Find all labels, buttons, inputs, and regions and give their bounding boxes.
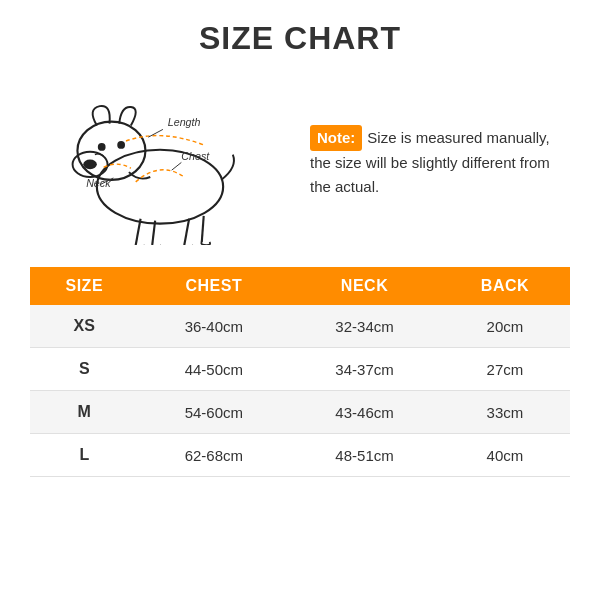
cell-back: 20cm xyxy=(440,305,570,348)
dog-svg: Length Chest Neck xyxy=(30,75,290,245)
svg-point-4 xyxy=(117,141,125,149)
cell-size: S xyxy=(30,348,139,391)
cell-neck: 48-51cm xyxy=(289,434,440,477)
table-header: SIZE CHEST NECK BACK xyxy=(30,267,570,305)
cell-back: 33cm xyxy=(440,391,570,434)
svg-point-3 xyxy=(98,143,106,151)
col-size: SIZE xyxy=(30,267,139,305)
neck-label: Neck xyxy=(86,177,111,189)
svg-line-7 xyxy=(172,162,182,170)
svg-point-5 xyxy=(83,160,97,170)
col-neck: NECK xyxy=(289,267,440,305)
cell-back: 40cm xyxy=(440,434,570,477)
col-chest: CHEST xyxy=(139,267,290,305)
cell-chest: 36-40cm xyxy=(139,305,290,348)
cell-chest: 44-50cm xyxy=(139,348,290,391)
dog-illustration: Length Chest Neck xyxy=(30,75,290,249)
table-header-row: SIZE CHEST NECK BACK xyxy=(30,267,570,305)
note-section: Note:Size is measured manually, the size… xyxy=(290,125,570,199)
cell-neck: 34-37cm xyxy=(289,348,440,391)
cell-size: M xyxy=(30,391,139,434)
table-body: XS36-40cm32-34cm20cmS44-50cm34-37cm27cmM… xyxy=(30,305,570,477)
note-box: Note:Size is measured manually, the size… xyxy=(310,125,570,199)
col-back: BACK xyxy=(440,267,570,305)
cell-back: 27cm xyxy=(440,348,570,391)
cell-size: XS xyxy=(30,305,139,348)
length-label: Length xyxy=(168,116,201,128)
size-chart-page: SIZE CHART xyxy=(0,0,600,600)
cell-chest: 62-68cm xyxy=(139,434,290,477)
chest-label: Chest xyxy=(181,150,210,162)
table-row: L62-68cm48-51cm40cm xyxy=(30,434,570,477)
size-table: SIZE CHEST NECK BACK XS36-40cm32-34cm20c… xyxy=(30,267,570,477)
cell-neck: 32-34cm xyxy=(289,305,440,348)
cell-neck: 43-46cm xyxy=(289,391,440,434)
note-label: Note: xyxy=(310,125,362,151)
cell-chest: 54-60cm xyxy=(139,391,290,434)
table-row: XS36-40cm32-34cm20cm xyxy=(30,305,570,348)
table-row: S44-50cm34-37cm27cm xyxy=(30,348,570,391)
table-row: M54-60cm43-46cm33cm xyxy=(30,391,570,434)
svg-point-1 xyxy=(77,122,145,180)
cell-size: L xyxy=(30,434,139,477)
top-section: Length Chest Neck Note:Size is measured … xyxy=(30,75,570,249)
page-title: SIZE CHART xyxy=(30,20,570,57)
